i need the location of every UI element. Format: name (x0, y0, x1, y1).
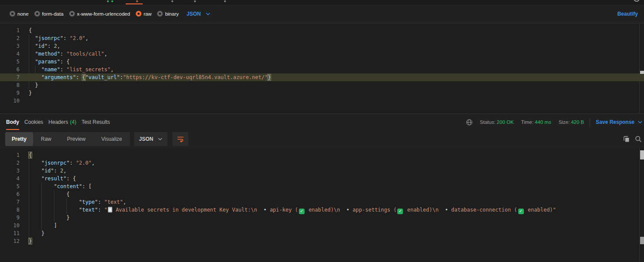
code-text: } (29, 81, 38, 89)
code-token: " (29, 51, 38, 57)
tab-test-results[interactable]: Test Results (81, 114, 110, 130)
tab-body[interactable]: Body (6, 114, 19, 130)
copy-icon[interactable] (623, 136, 630, 143)
line-number: 8 (0, 206, 20, 214)
code-text: "arguments": {"vault_url":"https://kv-ct… (29, 73, 271, 81)
body-type-selector: none form-data x-www-form-urlencoded raw… (0, 4, 644, 23)
radio-binary[interactable]: binary (157, 11, 178, 17)
line-number: 7 (0, 198, 20, 206)
code-token: type (82, 199, 95, 205)
code-token: jsonrpc (44, 160, 67, 166)
line-number: 3 (0, 167, 20, 175)
status-indicator: Status:200 OK (480, 119, 514, 125)
divider (590, 118, 590, 126)
code-token: jsonrpc (38, 35, 60, 41)
code-line: 2 "jsonrpc": "2.0", (0, 34, 644, 42)
clipboard-icon (108, 207, 112, 212)
radio-icon (10, 11, 15, 17)
search-icon[interactable] (635, 136, 642, 143)
code-token: params (38, 59, 57, 65)
code-line: 6 { (0, 190, 644, 198)
line-number: 5 (0, 182, 20, 190)
code-text: "id": 2, (29, 167, 67, 175)
tab-cookies[interactable]: Cookies (24, 114, 43, 130)
save-response-button[interactable]: Save Response (596, 119, 642, 125)
radio-label: raw (144, 11, 152, 17)
view-visualize[interactable]: Visualize (94, 132, 130, 146)
code-token: "https://kv-ctf-dev-uqrl85n4.vault.azure… (123, 74, 268, 80)
code-text: ] (29, 222, 57, 229)
time-label: Time: (521, 119, 533, 125)
request-language-dropdown[interactable]: JSON (187, 11, 211, 17)
radio-icon (69, 11, 75, 17)
tab-headers[interactable]: Headers(4) (48, 114, 76, 130)
radio-x-www-form-urlencoded[interactable]: x-www-form-urlencoded (69, 11, 130, 17)
status-value: 200 OK (497, 119, 514, 125)
request-body-editor[interactable]: 1{2 "jsonrpc": "2.0",3 "id": 2,4 "method… (0, 23, 644, 113)
code-text: { (29, 190, 70, 198)
radio-icon (34, 11, 40, 17)
tab-remnant-dot (224, 0, 226, 2)
tab-label: Body (6, 119, 19, 125)
view-switcher: Pretty Raw Preview Visualize (5, 132, 130, 146)
view-label: Pretty (12, 136, 27, 142)
tab-remnant-dot (171, 0, 173, 2)
code-token: ": [ (79, 183, 92, 189)
code-line: 1{ (0, 27, 644, 34)
code-token: , (92, 160, 95, 166)
code-line: 11 } (0, 229, 644, 237)
tab-remnant-dot (194, 0, 196, 2)
scrollbar-thumb[interactable] (640, 71, 644, 74)
code-token: ": { (63, 176, 76, 182)
radio-icon (157, 11, 163, 17)
radio-label: x-www-form-urlencoded (77, 11, 130, 17)
code-token: enabled)\n (404, 207, 445, 213)
wrap-lines-button[interactable] (172, 132, 188, 146)
response-body-editor[interactable]: 1{2 "jsonrpc": "2.0",3 "id": 2,4 "result… (0, 148, 644, 262)
radio-label: form-data (42, 11, 64, 17)
line-number: 6 (0, 66, 20, 73)
line-number: 9 (0, 89, 20, 97)
cookie-icon[interactable] (634, 0, 640, 2)
code-token: ": (51, 168, 60, 174)
code-token: result (44, 176, 63, 182)
code-token: arguments (44, 74, 73, 80)
code-token: " (29, 168, 44, 174)
code-token: name (44, 66, 57, 73)
radio-label: none (17, 11, 29, 17)
response-language-dropdown[interactable]: JSON (134, 132, 168, 146)
view-raw[interactable]: Raw (33, 132, 59, 146)
code-token: ": (60, 35, 70, 41)
code-line: 9 } (0, 214, 644, 222)
view-pretty[interactable]: Pretty (5, 132, 33, 146)
code-token: api-key ( (267, 207, 298, 213)
code-token: method (38, 51, 57, 57)
line-number: 4 (0, 50, 20, 58)
code-line: 4 "result": { (0, 175, 644, 182)
response-view-toolbar: Pretty Raw Preview Visualize JSON (0, 130, 644, 148)
code-token: id (38, 43, 44, 49)
view-preview[interactable]: Preview (59, 132, 94, 146)
radio-form-data[interactable]: form-data (34, 11, 64, 17)
response-actions (623, 136, 642, 143)
code-token: ": (95, 199, 104, 205)
code-token: " (29, 74, 44, 80)
code-token: "2.0" (76, 160, 91, 166)
status-label: Status: (480, 119, 496, 125)
beautify-button[interactable]: Beautify (617, 11, 638, 17)
code-text: "text": " Available secrets in developme… (29, 206, 556, 214)
network-icon[interactable] (466, 119, 473, 126)
code-token: ": (67, 160, 76, 166)
code-token: ] (29, 222, 57, 229)
view-label: Preview (67, 136, 86, 142)
code-line: 12} (0, 237, 644, 245)
code-token: " (29, 183, 57, 189)
scrollbar-thumb[interactable] (640, 150, 644, 159)
radio-raw[interactable]: raw (136, 11, 152, 17)
radio-none[interactable]: none (10, 11, 29, 17)
code-text: "content": [ (29, 182, 92, 190)
size-value: 420 B (571, 119, 584, 125)
line-number: 12 (0, 237, 20, 245)
code-token: } (29, 230, 44, 236)
code-token: • (263, 207, 266, 213)
